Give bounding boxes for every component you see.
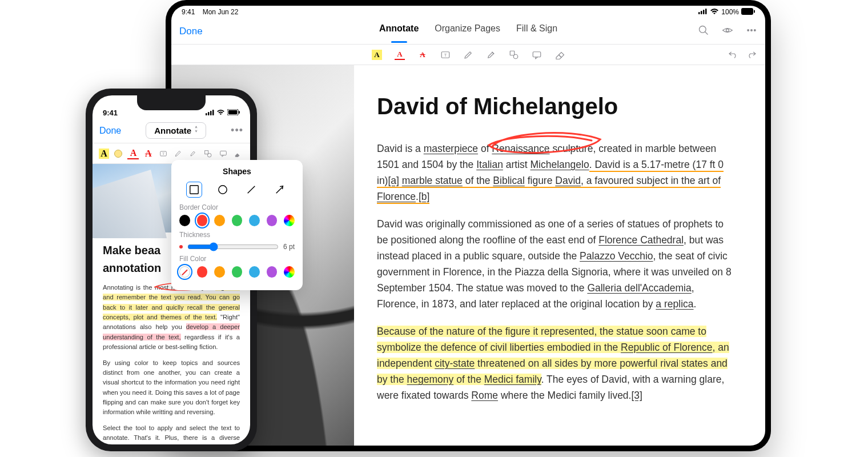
popover-title: Shapes [171,167,303,176]
svg-rect-2 [703,10,705,14]
fill-color-orange[interactable] [214,266,225,278]
search-icon[interactable] [698,25,709,38]
svg-rect-0 [698,12,700,14]
strikethrough-tool[interactable]: A [417,50,428,60]
document-text[interactable]: David of Michelangelo David is a masterp… [354,65,765,446]
fill-color-none[interactable] [179,266,190,278]
article-title: David of Michelangelo [377,88,737,125]
fill-color-blue[interactable] [249,266,260,278]
thickness-preview-dot [179,245,183,248]
pen-tool[interactable] [172,148,184,159]
fill-color-custom[interactable] [284,266,295,278]
svg-rect-20 [212,110,214,115]
border-color-purple[interactable] [267,215,278,226]
border-color-orange[interactable] [214,215,225,226]
fill-color-red[interactable] [197,266,208,278]
underline-tool[interactable]: A [127,148,139,159]
paragraph-3: Because of the nature of the figure it r… [377,323,737,403]
shape-arrow[interactable] [272,182,288,198]
svg-line-7 [705,31,708,34]
fill-color-green[interactable] [232,266,243,278]
battery-icon [741,8,755,17]
shapes-tool[interactable] [509,50,519,60]
highlight-tool[interactable]: A [372,50,382,60]
svg-point-30 [219,186,227,194]
done-button[interactable]: Done [179,26,203,37]
status-date: Mon Jun 22 [203,8,239,16]
svg-point-6 [700,26,706,33]
svg-point-8 [726,29,729,31]
eraser-tool[interactable] [554,50,565,60]
underline-tool[interactable]: A [395,50,405,60]
textbox-tool[interactable]: T [440,50,451,60]
tab-fill-sign[interactable]: Fill & Sign [516,23,557,39]
svg-line-31 [248,186,255,194]
undo-button[interactable] [728,49,738,61]
highlight-color-tool[interactable] [112,148,124,159]
svg-rect-3 [705,9,707,14]
svg-rect-26 [205,150,208,154]
border-color-green[interactable] [232,215,243,226]
svg-rect-1 [701,11,702,14]
shapes-tool[interactable] [202,148,214,159]
fill-color-purple[interactable] [267,266,278,278]
fill-color-row [171,266,303,278]
border-color-blue[interactable] [249,215,260,226]
highlight-tool[interactable]: A [99,149,109,159]
paragraph-3: Select the tool to apply and select the … [103,423,240,444]
border-color-row [171,215,303,226]
marker-tool[interactable] [486,50,496,60]
shape-line[interactable] [243,182,259,198]
svg-point-10 [751,29,753,31]
thickness-slider[interactable] [187,242,279,251]
textbox-tool[interactable]: T [158,148,169,159]
svg-rect-5 [754,10,755,13]
tab-annotate[interactable]: Annotate [379,23,419,39]
done-button[interactable]: Done [99,126,121,136]
pen-tool[interactable] [463,50,473,60]
marker-tool[interactable] [187,148,199,159]
paragraph-2: David was originally commissioned as one… [377,216,737,312]
svg-rect-18 [208,112,210,115]
redo-button[interactable] [747,49,757,61]
svg-rect-4 [741,8,753,15]
iphone-notch [137,95,206,110]
paragraph-2: By using color to keep topics and source… [103,358,240,418]
svg-point-15 [513,54,518,59]
iphone-nav: Done Annotate ˄˅ ••• [93,118,250,143]
thickness-row: 6 pt [171,242,303,251]
mode-selector[interactable]: Annotate ˄˅ [146,122,206,139]
shape-rectangle[interactable] [186,182,202,198]
eraser-tool[interactable] [232,148,244,159]
comment-tool[interactable] [532,50,542,60]
mode-label: Annotate [154,126,191,135]
ipad-status-bar: 9:41 Mon Jun 22 100% [171,6,765,18]
thickness-value: 6 pt [283,243,295,251]
svg-point-9 [748,29,749,31]
more-icon[interactable] [746,25,757,38]
status-time: 9:41 [182,8,195,16]
fill-color-label: Fill Color [171,255,303,263]
wifi-icon [710,8,719,17]
comment-tool[interactable] [218,148,229,159]
svg-point-11 [754,29,756,31]
view-icon[interactable] [722,25,733,38]
svg-line-32 [276,187,283,194]
chevron-updown-icon: ˄˅ [195,127,198,135]
svg-text:T: T [444,53,447,58]
shapes-popover: Shapes Border Color Thickness 6 pt Fill … [171,160,303,290]
border-color-custom[interactable] [284,215,295,226]
border-color-red[interactable] [197,215,208,226]
svg-rect-29 [190,186,198,194]
tab-organize-pages[interactable]: Organize Pages [435,23,500,39]
svg-point-27 [208,153,212,157]
svg-rect-14 [510,51,515,55]
svg-rect-23 [239,111,240,114]
battery-label: 100% [721,8,739,16]
svg-text:T: T [162,152,164,155]
thickness-label: Thickness [171,231,303,239]
strikethrough-tool[interactable]: A [143,148,154,159]
more-icon[interactable]: ••• [231,125,243,137]
border-color-black[interactable] [179,215,190,226]
shape-ellipse[interactable] [215,182,231,198]
